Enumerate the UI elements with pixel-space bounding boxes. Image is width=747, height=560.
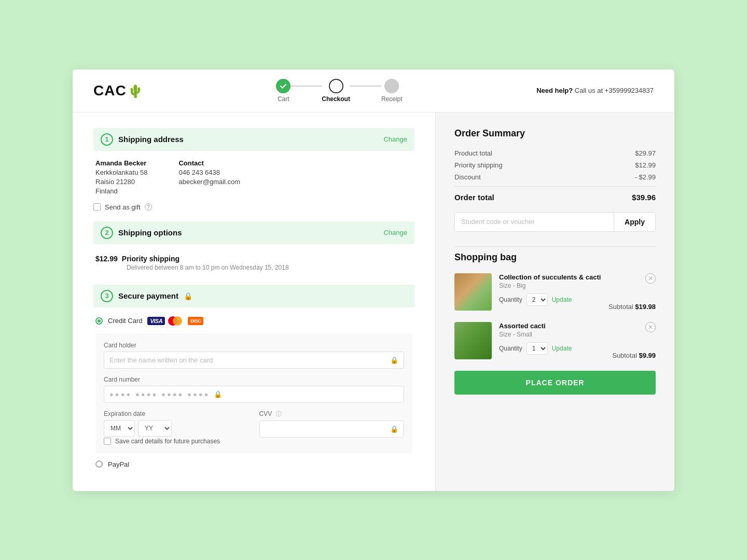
shopping-bag-title: Shopping bag — [454, 246, 656, 263]
item-subtotal-1: Subtotal $9.99 — [612, 352, 656, 359]
paypal-radio[interactable] — [95, 460, 103, 468]
help-text: Need help? Call us at +359999234837 — [536, 87, 654, 94]
contact-label: Contact — [178, 159, 240, 167]
place-order-button[interactable]: PLACE ORDER — [454, 371, 656, 395]
order-summary-title: Order Summary — [454, 128, 656, 139]
gift-help-icon[interactable]: ? — [145, 203, 152, 211]
step-circle-checkout — [329, 79, 343, 93]
help-label: Need help? — [536, 87, 573, 94]
checkout-page: CAC 🌵 Cart Checkout Receipt Need — [73, 69, 674, 491]
card-holder-label: Card holder — [104, 342, 404, 349]
save-card-label: Save card details for future purchases — [115, 438, 220, 445]
voucher-input[interactable] — [455, 213, 614, 231]
card-holder-group: Card holder 🔒 — [104, 342, 404, 369]
address-left: Amanda Becker Kerkkolankatu 58 Raisio 21… — [95, 159, 147, 195]
cvv-lock-icon: 🔒 — [390, 425, 398, 433]
item-image-0 — [454, 273, 492, 311]
paypal-label: PayPal — [108, 460, 129, 468]
item-subtotal-value-0: $19.98 — [635, 303, 656, 311]
card-number-lock-icon: 🔒 — [214, 390, 222, 398]
discount-value: - $2.99 — [635, 173, 656, 181]
input-lock-icon: 🔒 — [390, 356, 398, 364]
step-line-1 — [290, 86, 322, 87]
radio-dot — [98, 319, 101, 323]
step-receipt: Receipt — [381, 79, 403, 103]
order-total-label: Order total — [454, 193, 494, 202]
card-holder-input[interactable] — [109, 356, 386, 364]
address-right: Contact 046 243 6438 abecker@gmail.com — [178, 159, 240, 195]
priority-shipping-value: $12.99 — [635, 161, 656, 169]
bag-item-1: Assorted cacti Size - Small Quantity 123… — [454, 322, 656, 359]
qty-select-0[interactable]: 12345 — [527, 293, 548, 306]
step-cart[interactable]: Cart — [276, 79, 290, 103]
expiry-cvv-row: Expiration date MM 010203 040506 070809 … — [104, 410, 404, 438]
main-content: 1 Shipping address Change Amanda Becker … — [73, 113, 674, 491]
product-total-label: Product total — [454, 149, 492, 157]
cvv-label: CVV ⓘ — [259, 410, 405, 418]
card-form: Card holder 🔒 Card number ●●●● ●●●● ●●●●… — [95, 333, 412, 453]
address-line-3: Finland — [95, 187, 147, 195]
shipping-option-block: $12.99 Priority shipping Delivered betwe… — [93, 253, 414, 279]
credit-card-label: Credit Card — [108, 317, 142, 325]
shipping-options-header: 2 Shipping options Change — [93, 221, 414, 244]
discover-icon: DISC — [188, 317, 203, 325]
shipping-address-header: 1 Shipping address Change — [93, 128, 414, 151]
card-number-dots: ●●●● ●●●● ●●●● ●●●● — [109, 390, 210, 398]
step-circle-cart — [276, 79, 290, 93]
order-total-line: Order total $39.96 — [454, 193, 656, 202]
card-number-label: Card number — [104, 376, 404, 383]
qty-label-0: Quantity — [499, 296, 522, 303]
item-qty-row-1: Quantity 12345 Update — [499, 342, 605, 355]
item-subtotal-0: Subtotal $19.98 — [608, 303, 656, 311]
address-block: Amanda Becker Kerkkolankatu 58 Raisio 21… — [93, 159, 414, 195]
save-card-checkbox[interactable] — [104, 438, 111, 445]
voucher-row: Apply — [454, 212, 656, 232]
step-line-2 — [350, 86, 381, 87]
item-name-0: Collection of succulents & cacti — [499, 273, 601, 281]
bag-item-0: Collection of succulents & cacti Size - … — [454, 273, 656, 311]
expiry-selects: MM 010203 040506 070809 101112 YY 202420… — [104, 420, 249, 437]
remove-button-0[interactable]: ✕ — [645, 273, 656, 284]
address-name: Amanda Becker — [95, 159, 147, 167]
contact-email: abecker@gmail.com — [178, 178, 240, 186]
payment-title: Secure payment — [118, 291, 178, 300]
right-panel: Order Summary Product total $29.97 Prior… — [436, 113, 674, 491]
item-right-1: ✕ Subtotal $9.99 — [612, 322, 656, 359]
shipping-address-change[interactable]: Change — [383, 135, 407, 143]
remove-button-1[interactable]: ✕ — [645, 322, 656, 332]
step-circle-receipt — [384, 79, 399, 93]
update-link-1[interactable]: Update — [552, 345, 572, 352]
credit-card-radio[interactable] — [95, 317, 103, 325]
shipping-options-change[interactable]: Change — [383, 229, 407, 236]
shipping-options-title: Shipping options — [118, 228, 182, 237]
cvv-group: CVV ⓘ 🔒 — [259, 410, 405, 438]
shipping-name: Priority shipping — [122, 255, 179, 263]
address-line-1: Kerkkolankatu 58 — [95, 169, 147, 176]
visa-icon: VISA — [147, 317, 165, 325]
item-right-0: ✕ Subtotal $19.98 — [608, 273, 656, 311]
cvv-help: ⓘ — [276, 411, 282, 417]
product-total-line: Product total $29.97 — [454, 149, 656, 157]
card-holder-input-row: 🔒 — [104, 352, 404, 369]
cvv-input[interactable] — [265, 425, 386, 433]
card-brands: VISA DISC — [147, 316, 203, 326]
expiry-label: Expiration date — [104, 410, 249, 417]
logo: CAC 🌵 — [93, 82, 142, 99]
apply-button[interactable]: Apply — [614, 213, 655, 231]
qty-label-1: Quantity — [499, 345, 522, 352]
payment-section: 3 Secure payment 🔒 Credit Card VISA — [93, 285, 414, 468]
credit-card-row: Credit Card VISA DISC — [95, 316, 412, 326]
save-card-row: Save card details for future purchases — [104, 438, 404, 445]
item-subtotal-value-1: $9.99 — [639, 352, 656, 359]
update-link-0[interactable]: Update — [552, 296, 572, 303]
shipping-option-row: $12.99 Priority shipping — [95, 255, 412, 264]
gift-checkbox[interactable] — [93, 203, 101, 211]
shipping-price: $12.99 — [95, 255, 118, 263]
section-number-3: 3 — [101, 290, 113, 302]
qty-select-1[interactable]: 12345 — [527, 342, 548, 355]
checkout-stepper: Cart Checkout Receipt — [276, 79, 402, 103]
paypal-row: PayPal — [95, 460, 412, 468]
month-select[interactable]: MM 010203 040506 070809 101112 — [104, 420, 135, 437]
section-number-2: 2 — [101, 227, 113, 239]
year-select[interactable]: YY 202420252026 20272028 — [138, 420, 172, 437]
